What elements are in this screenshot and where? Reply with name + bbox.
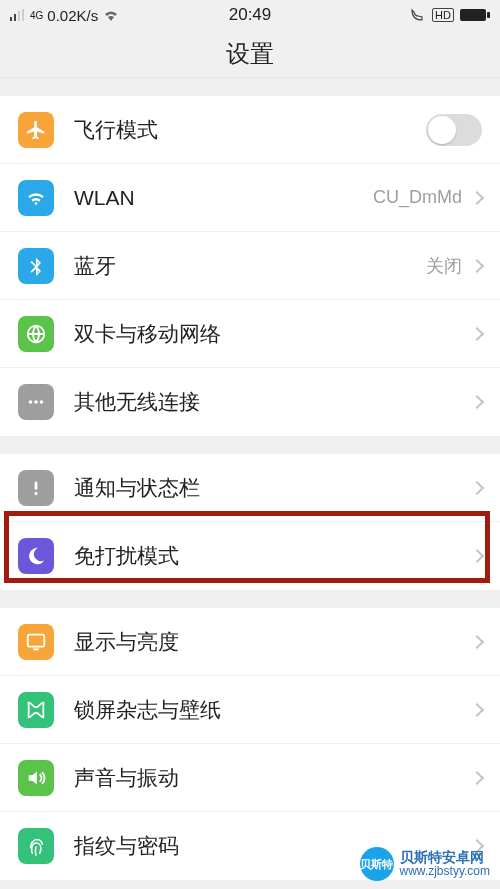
svg-rect-1 [14,14,16,21]
svg-rect-13 [33,648,39,650]
group-notifications: 通知与状态栏 免打扰模式 [0,454,500,590]
row-wlan[interactable]: WLAN CU_DmMd [0,164,500,232]
chevron-right-icon [470,480,484,494]
row-do-not-disturb[interactable]: 免打扰模式 [0,522,500,590]
data-speed: 0.02K/s [47,7,98,24]
group-gap [0,436,500,454]
watermark-text: 贝斯特安卓网 www.zjbstyy.com [400,850,490,879]
watermark-url: www.zjbstyy.com [400,865,490,878]
group-connectivity: 飞行模式 WLAN CU_DmMd 蓝牙 关闭 双卡与移动网络 [0,96,500,436]
row-label: 免打扰模式 [74,542,472,570]
status-right: HD [410,8,490,22]
airplane-mode-toggle[interactable] [426,114,482,146]
exclaim-icon [18,470,54,506]
battery-icon [460,8,490,22]
row-label: 显示与亮度 [74,628,472,656]
globe-icon [18,316,54,352]
chevron-right-icon [470,258,484,272]
bluetooth-icon [18,248,54,284]
wallpaper-icon [18,692,54,728]
status-time: 20:49 [229,5,272,25]
svg-rect-2 [18,11,20,21]
row-label: 其他无线连接 [74,388,472,416]
svg-point-7 [29,400,33,404]
status-bar: 4G 0.02K/s 20:49 HD [0,0,500,30]
svg-rect-12 [28,634,45,646]
group-gap [0,590,500,608]
row-label: 通知与状态栏 [74,474,472,502]
page-title: 设置 [0,30,500,78]
chevron-right-icon [470,326,484,340]
chevron-right-icon [470,395,484,409]
status-left: 4G 0.02K/s [10,7,120,24]
cellular-signal-icon [10,9,26,21]
row-label: 蓝牙 [74,252,426,280]
row-airplane-mode[interactable]: 飞行模式 [0,96,500,164]
wifi-icon [18,180,54,216]
row-lockscreen-wallpaper[interactable]: 锁屏杂志与壁纸 [0,676,500,744]
row-label: WLAN [74,186,373,210]
row-label: 飞行模式 [74,116,426,144]
chevron-right-icon [470,634,484,648]
chevron-right-icon [470,549,484,563]
hd-badge: HD [432,8,454,22]
display-icon [18,624,54,660]
row-sim-network[interactable]: 双卡与移动网络 [0,300,500,368]
watermark: 贝斯特 贝斯特安卓网 www.zjbstyy.com [356,845,494,883]
watermark-name: 贝斯特安卓网 [400,850,490,865]
row-sound-vibration[interactable]: 声音与振动 [0,744,500,812]
svg-rect-3 [22,9,24,21]
svg-rect-4 [460,9,486,21]
page-title-text: 设置 [226,38,274,70]
settings-screen: 4G 0.02K/s 20:49 HD 设置 飞行模式 [0,0,500,889]
svg-point-8 [34,400,38,404]
svg-point-9 [40,400,44,404]
row-other-wireless[interactable]: 其他无线连接 [0,368,500,436]
row-notification-status-bar[interactable]: 通知与状态栏 [0,454,500,522]
group-gap [0,78,500,96]
call-forward-icon [410,8,426,22]
sound-icon [18,760,54,796]
row-display-brightness[interactable]: 显示与亮度 [0,608,500,676]
wlan-value: CU_DmMd [373,187,462,208]
chevron-right-icon [470,702,484,716]
wifi-status-icon [102,8,120,22]
svg-point-11 [34,491,37,494]
dots-icon [18,384,54,420]
watermark-badge-icon: 贝斯特 [360,847,394,881]
moon-icon [18,538,54,574]
bluetooth-value: 关闭 [426,254,462,278]
svg-rect-10 [35,481,38,489]
chevron-right-icon [470,190,484,204]
svg-rect-5 [487,12,490,18]
row-label: 锁屏杂志与壁纸 [74,696,472,724]
chevron-right-icon [470,770,484,784]
row-bluetooth[interactable]: 蓝牙 关闭 [0,232,500,300]
row-label: 声音与振动 [74,764,472,792]
svg-rect-0 [10,17,12,21]
fingerprint-icon [18,828,54,864]
airplane-icon [18,112,54,148]
group-display: 显示与亮度 锁屏杂志与壁纸 声音与振动 指纹与密码 [0,608,500,880]
row-label: 双卡与移动网络 [74,320,472,348]
network-type: 4G [30,10,43,21]
